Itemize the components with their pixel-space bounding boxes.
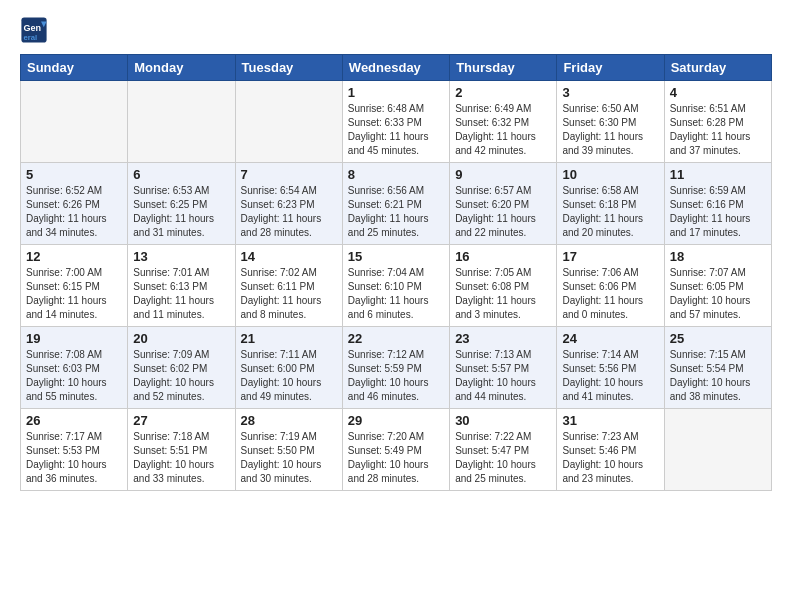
day-info: Sunrise: 7:08 AM Sunset: 6:03 PM Dayligh… bbox=[26, 348, 122, 404]
day-info: Sunrise: 7:17 AM Sunset: 5:53 PM Dayligh… bbox=[26, 430, 122, 486]
calendar-cell: 24Sunrise: 7:14 AM Sunset: 5:56 PM Dayli… bbox=[557, 327, 664, 409]
day-info: Sunrise: 6:57 AM Sunset: 6:20 PM Dayligh… bbox=[455, 184, 551, 240]
calendar-cell: 15Sunrise: 7:04 AM Sunset: 6:10 PM Dayli… bbox=[342, 245, 449, 327]
day-info: Sunrise: 7:05 AM Sunset: 6:08 PM Dayligh… bbox=[455, 266, 551, 322]
day-number: 17 bbox=[562, 249, 658, 264]
weekday-header-wednesday: Wednesday bbox=[342, 55, 449, 81]
weekday-header-row: SundayMondayTuesdayWednesdayThursdayFrid… bbox=[21, 55, 772, 81]
day-info: Sunrise: 7:23 AM Sunset: 5:46 PM Dayligh… bbox=[562, 430, 658, 486]
calendar-cell: 20Sunrise: 7:09 AM Sunset: 6:02 PM Dayli… bbox=[128, 327, 235, 409]
day-number: 9 bbox=[455, 167, 551, 182]
calendar-cell: 8Sunrise: 6:56 AM Sunset: 6:21 PM Daylig… bbox=[342, 163, 449, 245]
day-info: Sunrise: 6:48 AM Sunset: 6:33 PM Dayligh… bbox=[348, 102, 444, 158]
day-info: Sunrise: 6:59 AM Sunset: 6:16 PM Dayligh… bbox=[670, 184, 766, 240]
day-info: Sunrise: 6:58 AM Sunset: 6:18 PM Dayligh… bbox=[562, 184, 658, 240]
day-number: 24 bbox=[562, 331, 658, 346]
day-number: 21 bbox=[241, 331, 337, 346]
calendar-cell: 1Sunrise: 6:48 AM Sunset: 6:33 PM Daylig… bbox=[342, 81, 449, 163]
calendar-cell: 18Sunrise: 7:07 AM Sunset: 6:05 PM Dayli… bbox=[664, 245, 771, 327]
weekday-header-sunday: Sunday bbox=[21, 55, 128, 81]
day-number: 27 bbox=[133, 413, 229, 428]
calendar-cell: 19Sunrise: 7:08 AM Sunset: 6:03 PM Dayli… bbox=[21, 327, 128, 409]
day-info: Sunrise: 7:22 AM Sunset: 5:47 PM Dayligh… bbox=[455, 430, 551, 486]
day-number: 15 bbox=[348, 249, 444, 264]
day-number: 29 bbox=[348, 413, 444, 428]
day-info: Sunrise: 7:12 AM Sunset: 5:59 PM Dayligh… bbox=[348, 348, 444, 404]
week-row-4: 19Sunrise: 7:08 AM Sunset: 6:03 PM Dayli… bbox=[21, 327, 772, 409]
day-info: Sunrise: 7:15 AM Sunset: 5:54 PM Dayligh… bbox=[670, 348, 766, 404]
day-number: 10 bbox=[562, 167, 658, 182]
calendar-cell bbox=[128, 81, 235, 163]
day-info: Sunrise: 6:56 AM Sunset: 6:21 PM Dayligh… bbox=[348, 184, 444, 240]
calendar-cell: 14Sunrise: 7:02 AM Sunset: 6:11 PM Dayli… bbox=[235, 245, 342, 327]
day-number: 8 bbox=[348, 167, 444, 182]
calendar-cell: 25Sunrise: 7:15 AM Sunset: 5:54 PM Dayli… bbox=[664, 327, 771, 409]
calendar-cell bbox=[21, 81, 128, 163]
week-row-5: 26Sunrise: 7:17 AM Sunset: 5:53 PM Dayli… bbox=[21, 409, 772, 491]
calendar-cell: 16Sunrise: 7:05 AM Sunset: 6:08 PM Dayli… bbox=[450, 245, 557, 327]
day-number: 19 bbox=[26, 331, 122, 346]
day-info: Sunrise: 7:13 AM Sunset: 5:57 PM Dayligh… bbox=[455, 348, 551, 404]
day-info: Sunrise: 7:20 AM Sunset: 5:49 PM Dayligh… bbox=[348, 430, 444, 486]
day-info: Sunrise: 7:06 AM Sunset: 6:06 PM Dayligh… bbox=[562, 266, 658, 322]
calendar-cell: 17Sunrise: 7:06 AM Sunset: 6:06 PM Dayli… bbox=[557, 245, 664, 327]
calendar-cell: 7Sunrise: 6:54 AM Sunset: 6:23 PM Daylig… bbox=[235, 163, 342, 245]
day-number: 28 bbox=[241, 413, 337, 428]
calendar-cell: 12Sunrise: 7:00 AM Sunset: 6:15 PM Dayli… bbox=[21, 245, 128, 327]
day-number: 22 bbox=[348, 331, 444, 346]
page: Gen eral SundayMondayTuesdayWednesdayThu… bbox=[0, 0, 792, 612]
calendar-cell: 23Sunrise: 7:13 AM Sunset: 5:57 PM Dayli… bbox=[450, 327, 557, 409]
calendar-cell bbox=[235, 81, 342, 163]
day-number: 20 bbox=[133, 331, 229, 346]
day-info: Sunrise: 7:09 AM Sunset: 6:02 PM Dayligh… bbox=[133, 348, 229, 404]
calendar-cell: 10Sunrise: 6:58 AM Sunset: 6:18 PM Dayli… bbox=[557, 163, 664, 245]
day-info: Sunrise: 7:00 AM Sunset: 6:15 PM Dayligh… bbox=[26, 266, 122, 322]
day-number: 6 bbox=[133, 167, 229, 182]
day-info: Sunrise: 7:02 AM Sunset: 6:11 PM Dayligh… bbox=[241, 266, 337, 322]
day-info: Sunrise: 7:04 AM Sunset: 6:10 PM Dayligh… bbox=[348, 266, 444, 322]
calendar-table: SundayMondayTuesdayWednesdayThursdayFrid… bbox=[20, 54, 772, 491]
calendar-cell: 28Sunrise: 7:19 AM Sunset: 5:50 PM Dayli… bbox=[235, 409, 342, 491]
day-number: 18 bbox=[670, 249, 766, 264]
day-number: 25 bbox=[670, 331, 766, 346]
calendar-cell: 31Sunrise: 7:23 AM Sunset: 5:46 PM Dayli… bbox=[557, 409, 664, 491]
day-info: Sunrise: 6:51 AM Sunset: 6:28 PM Dayligh… bbox=[670, 102, 766, 158]
calendar-cell: 3Sunrise: 6:50 AM Sunset: 6:30 PM Daylig… bbox=[557, 81, 664, 163]
calendar-cell: 30Sunrise: 7:22 AM Sunset: 5:47 PM Dayli… bbox=[450, 409, 557, 491]
week-row-1: 1Sunrise: 6:48 AM Sunset: 6:33 PM Daylig… bbox=[21, 81, 772, 163]
calendar-cell: 27Sunrise: 7:18 AM Sunset: 5:51 PM Dayli… bbox=[128, 409, 235, 491]
calendar-cell bbox=[664, 409, 771, 491]
logo: Gen eral bbox=[20, 16, 52, 44]
day-info: Sunrise: 6:54 AM Sunset: 6:23 PM Dayligh… bbox=[241, 184, 337, 240]
day-info: Sunrise: 7:14 AM Sunset: 5:56 PM Dayligh… bbox=[562, 348, 658, 404]
day-number: 30 bbox=[455, 413, 551, 428]
day-number: 14 bbox=[241, 249, 337, 264]
day-info: Sunrise: 6:52 AM Sunset: 6:26 PM Dayligh… bbox=[26, 184, 122, 240]
calendar-cell: 22Sunrise: 7:12 AM Sunset: 5:59 PM Dayli… bbox=[342, 327, 449, 409]
calendar-cell: 21Sunrise: 7:11 AM Sunset: 6:00 PM Dayli… bbox=[235, 327, 342, 409]
header: Gen eral bbox=[20, 16, 772, 44]
calendar-cell: 13Sunrise: 7:01 AM Sunset: 6:13 PM Dayli… bbox=[128, 245, 235, 327]
logo-icon: Gen eral bbox=[20, 16, 48, 44]
day-info: Sunrise: 7:01 AM Sunset: 6:13 PM Dayligh… bbox=[133, 266, 229, 322]
calendar-cell: 6Sunrise: 6:53 AM Sunset: 6:25 PM Daylig… bbox=[128, 163, 235, 245]
day-number: 7 bbox=[241, 167, 337, 182]
day-number: 11 bbox=[670, 167, 766, 182]
weekday-header-monday: Monday bbox=[128, 55, 235, 81]
day-info: Sunrise: 7:11 AM Sunset: 6:00 PM Dayligh… bbox=[241, 348, 337, 404]
day-number: 31 bbox=[562, 413, 658, 428]
day-number: 2 bbox=[455, 85, 551, 100]
day-number: 23 bbox=[455, 331, 551, 346]
weekday-header-saturday: Saturday bbox=[664, 55, 771, 81]
svg-text:eral: eral bbox=[24, 33, 38, 42]
weekday-header-tuesday: Tuesday bbox=[235, 55, 342, 81]
week-row-2: 5Sunrise: 6:52 AM Sunset: 6:26 PM Daylig… bbox=[21, 163, 772, 245]
weekday-header-thursday: Thursday bbox=[450, 55, 557, 81]
day-number: 4 bbox=[670, 85, 766, 100]
day-info: Sunrise: 7:19 AM Sunset: 5:50 PM Dayligh… bbox=[241, 430, 337, 486]
day-number: 3 bbox=[562, 85, 658, 100]
calendar-cell: 5Sunrise: 6:52 AM Sunset: 6:26 PM Daylig… bbox=[21, 163, 128, 245]
svg-text:Gen: Gen bbox=[24, 23, 42, 33]
day-info: Sunrise: 6:49 AM Sunset: 6:32 PM Dayligh… bbox=[455, 102, 551, 158]
day-info: Sunrise: 7:07 AM Sunset: 6:05 PM Dayligh… bbox=[670, 266, 766, 322]
